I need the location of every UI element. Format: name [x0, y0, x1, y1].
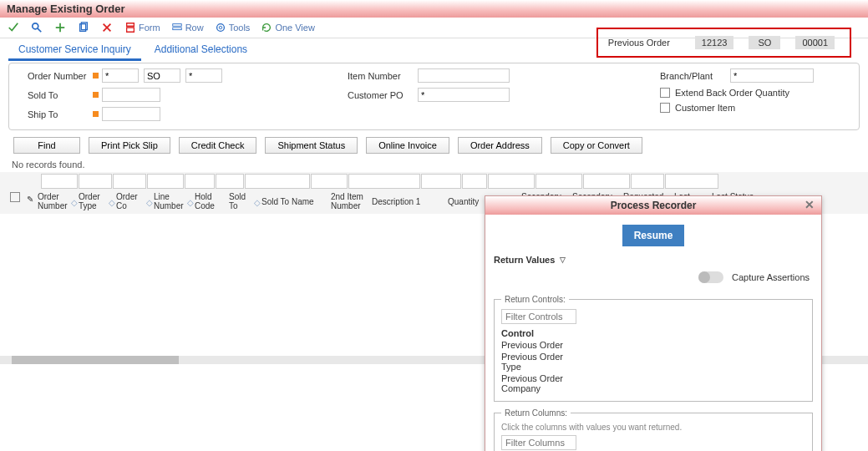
previous-order-label: Previous Order [608, 38, 670, 48]
col-sold-to[interactable]: Sold To◇ [229, 192, 261, 210]
ship-to-input[interactable] [102, 107, 160, 121]
order-address-button[interactable]: Order Address [458, 137, 542, 154]
col-order-number[interactable]: Order Number◇ [38, 192, 78, 210]
col-2nd-item[interactable]: 2nd Item Number [331, 192, 371, 210]
window-title-bar: Manage Existing Order [0, 0, 868, 18]
filter-columns-input[interactable] [501, 435, 576, 450]
find-button[interactable]: Find [13, 137, 80, 154]
online-invoice-button[interactable]: Online Invoice [366, 137, 449, 154]
alert-icon [93, 111, 99, 117]
delete-icon[interactable] [100, 21, 114, 34]
scrollbar-thumb[interactable] [12, 356, 179, 364]
filter-line-number[interactable] [147, 174, 184, 189]
svg-rect-8 [172, 24, 181, 27]
branch-plant-label: Branch/Plant [660, 71, 725, 81]
filter-controls-input[interactable] [501, 309, 576, 324]
order-number-input[interactable] [102, 68, 139, 83]
oneview-menu[interactable]: One View [260, 21, 315, 34]
recorder-title-bar[interactable]: Process Recorder ✕ [485, 196, 821, 215]
gear-icon [214, 21, 227, 34]
return-columns-hint: Click the columns with values you want r… [501, 423, 805, 432]
tools-menu[interactable]: Tools [214, 21, 251, 34]
return-values-header[interactable]: Return Values ▽ [485, 255, 821, 271]
filter-uom[interactable] [462, 174, 487, 189]
filter-sold-to[interactable] [216, 174, 244, 189]
control-previous-order-company[interactable]: Previous Order Company [501, 372, 576, 394]
item-number-input[interactable] [418, 68, 510, 83]
select-all-checkbox[interactable] [10, 192, 20, 202]
extend-label: Extend Back Order Quantity [675, 88, 789, 98]
recorder-title: Process Recorder [611, 200, 697, 211]
copy-convert-button[interactable]: Copy or Convert [551, 137, 642, 154]
control-previous-order-type[interactable]: Previous Order Type [501, 351, 576, 372]
filter-sold-to-name[interactable] [245, 174, 310, 189]
order-type-input[interactable] [144, 68, 180, 83]
col-line-number[interactable]: Line Number◇ [154, 192, 194, 210]
filter-sec-qty[interactable] [488, 174, 535, 189]
item-number-label: Item Number [348, 71, 413, 81]
order-co-input[interactable] [185, 68, 222, 83]
col-order-co[interactable]: Order Co◇ [116, 192, 153, 210]
filter-sec-uom[interactable] [536, 174, 582, 189]
customer-item-checkbox[interactable] [660, 103, 670, 113]
close-icon[interactable]: ✕ [805, 198, 815, 211]
shipment-status-button[interactable]: Shipment Status [265, 137, 358, 154]
tab-additional-selections[interactable]: Additional Selections [145, 40, 257, 61]
svg-point-0 [33, 23, 38, 29]
add-icon[interactable] [53, 21, 67, 34]
filter-form: Order Number Sold To Ship To Item Number… [8, 63, 860, 130]
alert-icon [93, 73, 99, 79]
previous-order-panel: Previous Order 12123 SO 00001 [596, 28, 851, 58]
filter-last-status[interactable] [631, 174, 664, 189]
sold-to-input[interactable] [102, 88, 160, 102]
row-label: Row [185, 23, 204, 33]
extend-back-order-checkbox[interactable] [660, 88, 670, 98]
credit-check-button[interactable]: Credit Check [179, 137, 257, 154]
col-desc1[interactable]: Description 1 [372, 192, 447, 210]
filter-order-number[interactable] [41, 174, 78, 189]
customer-po-label: Customer PO [348, 90, 413, 100]
check-icon[interactable] [7, 21, 20, 34]
grid-config-icon[interactable]: ✎ [23, 192, 37, 205]
col-hold-code[interactable]: Hold Code [195, 192, 228, 210]
tab-customer-service-inquiry[interactable]: Customer Service Inquiry [8, 40, 141, 61]
print-pick-slip-button[interactable]: Print Pick Slip [89, 137, 170, 154]
filter-hold-code[interactable] [185, 174, 215, 189]
col-order-type[interactable]: Order Type◇ [79, 192, 115, 210]
resume-button[interactable]: Resume [622, 225, 685, 246]
row-icon [170, 21, 184, 34]
sort-icon: ◇ [187, 198, 194, 205]
capture-assertions-toggle[interactable] [698, 271, 723, 283]
filter-quantity[interactable] [421, 174, 461, 189]
filter-order-type[interactable] [79, 174, 112, 189]
filter-desc1[interactable] [348, 174, 420, 189]
col-sold-to-name[interactable]: Sold To Name [261, 192, 330, 210]
sort-icon: ◇ [146, 198, 153, 205]
form-icon [124, 21, 137, 34]
customer-po-input[interactable] [418, 88, 510, 102]
previous-order-type: SO [749, 36, 780, 49]
return-columns-fieldset: Return Columns: Click the columns with v… [494, 408, 813, 451]
previous-order-company: 00001 [795, 36, 835, 49]
branch-plant-input[interactable] [730, 68, 814, 83]
filter-req-date[interactable] [583, 174, 630, 189]
sort-icon: ◇ [109, 198, 115, 205]
control-previous-order[interactable]: Previous Order [501, 339, 805, 351]
form-label: Form [139, 23, 160, 33]
filter-order-co[interactable] [113, 174, 146, 189]
oneview-label: One View [275, 23, 315, 33]
control-heading: Control [501, 327, 805, 339]
action-buttons: Find Print Pick Slip Credit Check Shipme… [0, 135, 868, 157]
filter-2nd-item[interactable] [311, 174, 348, 189]
filter-last-status-desc[interactable] [665, 174, 718, 189]
search-icon[interactable] [30, 21, 43, 34]
no-records-message: No records found. [0, 157, 868, 172]
svg-rect-9 [172, 28, 181, 30]
refresh-icon [260, 21, 273, 34]
row-menu[interactable]: Row [170, 21, 204, 34]
process-recorder-panel: Process Recorder ✕ Resume Return Values … [485, 195, 822, 451]
copy-icon[interactable] [77, 21, 90, 34]
form-menu[interactable]: Form [124, 21, 160, 34]
chevron-down-icon: ▽ [560, 256, 566, 264]
svg-point-11 [219, 26, 222, 29]
